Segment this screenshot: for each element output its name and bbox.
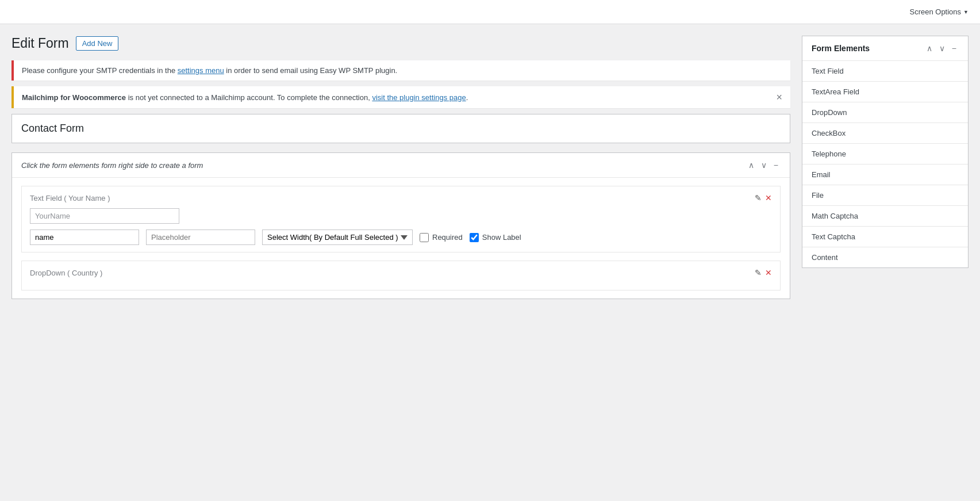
elements-up-button[interactable]: ∧	[924, 43, 935, 53]
dropdown-field-delete-button[interactable]	[765, 268, 772, 277]
notice-close-button[interactable]: ×	[776, 92, 782, 102]
element-text-captcha[interactable]: Text Captcha	[802, 227, 968, 247]
show-label-checkbox[interactable]	[470, 233, 479, 242]
text-field-type-label: Text Field ( Your Name )	[30, 194, 110, 202]
screen-options-button[interactable]: Screen Options	[909, 7, 969, 16]
required-checkbox[interactable]	[420, 233, 429, 242]
top-bar: Screen Options	[0, 0, 980, 24]
text-field-edit-button[interactable]	[755, 193, 762, 202]
form-elements-title: Form Elements	[812, 44, 870, 53]
element-math-captcha[interactable]: Math Captcha	[802, 206, 968, 227]
element-email[interactable]: Email	[802, 165, 968, 185]
required-checkbox-label[interactable]: Required	[420, 233, 463, 242]
text-field-config: Select Width( By Default Full Selected )…	[30, 230, 772, 245]
form-name-box	[11, 114, 790, 143]
form-elements-list: Text Field TextArea Field DropDown Check…	[802, 61, 968, 267]
smtp-notice-text: Please configure your SMTP credentials i…	[22, 66, 782, 75]
page-title: Edit Form	[11, 36, 69, 51]
field-name-input[interactable]	[30, 230, 139, 245]
dropdown-field-edit-button[interactable]	[755, 268, 762, 277]
page-title-area: Edit Form Add New	[11, 36, 790, 51]
text-field-preview-input[interactable]	[30, 208, 179, 224]
collapse-up-button[interactable]: ∧	[746, 160, 756, 170]
element-content[interactable]: Content	[802, 247, 968, 267]
plugin-settings-link[interactable]: visit the plugin settings page	[372, 93, 466, 102]
dropdown-field-actions	[755, 268, 772, 277]
elements-down-button[interactable]: ∨	[937, 43, 947, 53]
dropdown-field-item: DropDown ( Country )	[21, 261, 781, 290]
add-new-button[interactable]: Add New	[76, 36, 119, 51]
form-elements-header: Form Elements ∧ ∨ −	[802, 36, 968, 61]
main-content: Edit Form Add New Please configure your …	[0, 24, 980, 311]
form-builder-box: Click the form elements form right side …	[11, 152, 790, 299]
element-text-field[interactable]: Text Field	[802, 61, 968, 82]
form-builder-instruction: Click the form elements form right side …	[21, 161, 203, 170]
width-select[interactable]: Select Width( By Default Full Selected )	[262, 230, 413, 245]
form-builder-header-controls: ∧ ∨ −	[746, 160, 781, 170]
text-field-item: Text Field ( Your Name ) Select Width	[21, 186, 781, 253]
text-field-delete-button[interactable]	[765, 193, 772, 202]
element-file[interactable]: File	[802, 185, 968, 206]
mailchimp-notice-text: Mailchimp for Woocommerce is not yet con…	[22, 93, 468, 102]
form-elements-box: Form Elements ∧ ∨ − Text Field TextArea …	[802, 36, 969, 268]
collapse-down-button[interactable]: ∨	[759, 160, 769, 170]
show-label-label: Show Label	[482, 233, 521, 242]
left-panel: Edit Form Add New Please configure your …	[11, 36, 790, 299]
right-panel: Form Elements ∧ ∨ − Text Field TextArea …	[802, 36, 969, 299]
show-label-checkbox-label[interactable]: Show Label	[470, 233, 521, 242]
smtp-error-notice: Please configure your SMTP credentials i…	[11, 60, 790, 81]
elements-minimize-button[interactable]: −	[950, 43, 959, 53]
mailchimp-warning-notice: Mailchimp for Woocommerce is not yet con…	[11, 86, 790, 108]
form-builder-header: Click the form elements form right side …	[12, 153, 790, 178]
text-field-preview	[30, 208, 772, 224]
form-name-input[interactable]	[21, 123, 781, 135]
placeholder-input[interactable]	[146, 230, 255, 245]
text-field-header: Text Field ( Your Name )	[30, 193, 772, 202]
dropdown-field-header: DropDown ( Country )	[30, 268, 772, 277]
dropdown-field-type-label: DropDown ( Country )	[30, 269, 102, 277]
element-telephone[interactable]: Telephone	[802, 144, 968, 165]
settings-menu-link[interactable]: settings menu	[178, 66, 224, 75]
element-checkbox[interactable]: CheckBox	[802, 123, 968, 144]
element-dropdown[interactable]: DropDown	[802, 102, 968, 123]
text-field-actions	[755, 193, 772, 202]
required-label: Required	[432, 233, 463, 242]
form-elements-controls: ∧ ∨ −	[924, 43, 959, 53]
minimize-button[interactable]: −	[771, 160, 781, 170]
element-textarea-field[interactable]: TextArea Field	[802, 82, 968, 102]
